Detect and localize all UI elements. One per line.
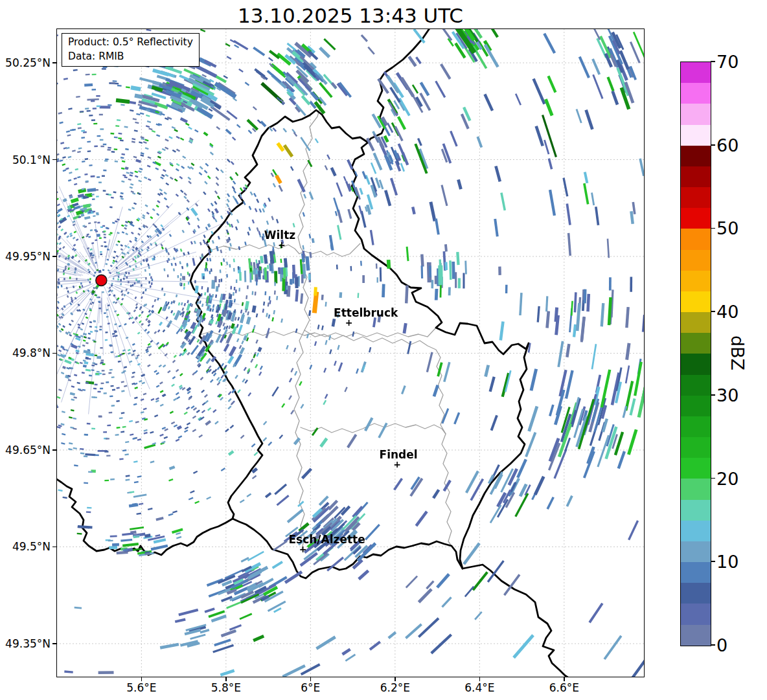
colorbar-tick-label: 60 (716, 135, 738, 155)
y-tick-label: 49.95°N (0, 250, 51, 263)
colorbar-segment (681, 375, 711, 396)
y-tick-mark (52, 547, 56, 548)
colorbar-tick-mark (711, 228, 715, 229)
colorbar-tick-mark (711, 61, 715, 62)
x-tick-mark (564, 677, 565, 681)
y-tick-mark (52, 62, 56, 63)
y-tick-mark (52, 256, 56, 257)
y-tick-label: 49.5°N (0, 540, 51, 553)
x-tick-mark (479, 677, 481, 681)
x-tick-mark (141, 677, 143, 681)
colorbar-segment (681, 416, 711, 437)
colorbar-segment (681, 146, 711, 166)
x-tick-mark (310, 677, 312, 681)
colorbar-segment (681, 604, 711, 624)
colorbar-segment (681, 229, 711, 249)
colorbar-segment (681, 479, 711, 499)
y-tick-mark (52, 353, 56, 354)
colorbar-segment (681, 166, 711, 187)
colorbar-segment (681, 83, 711, 104)
colorbar-segment (681, 396, 711, 416)
city-marker: + (393, 459, 401, 469)
product-annotation-box: Product: 0.5° Reflectivity Data: RMIB (62, 33, 200, 67)
x-tick-label: 5.6°E (126, 681, 156, 694)
colorbar-segment (681, 583, 711, 604)
colorbar-tick-mark (711, 561, 715, 562)
colorbar-tick-label: 40 (716, 302, 738, 322)
y-tick-label: 50.25°N (0, 56, 51, 69)
colorbar-segment (681, 271, 711, 291)
colorbar-tick-mark (711, 394, 715, 396)
colorbar-tick-label: 70 (716, 52, 738, 72)
colorbar-segment (681, 208, 711, 229)
colorbar-segments (681, 62, 711, 646)
colorbar-segment (681, 333, 711, 354)
colorbar-tick-label: 10 (716, 552, 738, 572)
y-tick-mark (52, 159, 56, 161)
x-tick-label: 6°E (301, 681, 320, 694)
y-tick-label: 49.65°N (0, 444, 51, 457)
colorbar-segment (681, 458, 711, 479)
colorbar-segment (681, 541, 711, 562)
colorbar-segment (681, 500, 711, 521)
x-tick-mark (395, 677, 396, 681)
colorbar-segment (681, 104, 711, 124)
x-tick-label: 6.2°E (380, 681, 410, 694)
y-tick-mark (52, 449, 56, 451)
x-tick-mark (225, 677, 227, 681)
colorbar-tick-mark (711, 144, 715, 146)
colorbar-tick-label: 50 (716, 218, 738, 238)
y-tick-mark (52, 643, 56, 644)
product-line: Product: 0.5° Reflectivity (68, 36, 193, 50)
colorbar-tick-label: 30 (716, 385, 738, 405)
colorbar-segment (681, 625, 711, 646)
colorbar-tick-mark (711, 478, 715, 479)
colorbar-segment (681, 62, 711, 83)
colorbar-tick-label: 20 (716, 468, 738, 488)
colorbar-segment (681, 312, 711, 333)
colorbar-tick-mark (711, 644, 715, 646)
x-tick-label: 5.8°E (211, 681, 241, 694)
colorbar-tick-mark (711, 311, 715, 312)
colorbar-segment (681, 354, 711, 374)
page-title: 13.10.2025 13:43 UTC (56, 4, 645, 27)
city-label: Ettelbruck (334, 306, 398, 319)
city-marker: + (345, 317, 353, 328)
city-marker: + (278, 240, 286, 250)
data-source-line: Data: RMIB (68, 50, 193, 64)
radar-figure: 13.10.2025 13:43 UTC Product: 0.5° Refle… (0, 0, 767, 700)
x-tick-label: 6.6°E (549, 681, 579, 694)
colorbar-tick-label: 0 (716, 635, 727, 655)
y-tick-label: 49.35°N (0, 637, 51, 650)
colorbar-segment (681, 521, 711, 541)
city-marker: + (299, 545, 307, 555)
y-tick-label: 50.1°N (0, 153, 51, 166)
colorbar (680, 62, 711, 646)
colorbar-segment (681, 250, 711, 271)
colorbar-unit-label: dBZ (727, 335, 748, 370)
radar-map-canvas (56, 28, 645, 677)
colorbar-segment (681, 562, 711, 583)
colorbar-segment (681, 125, 711, 146)
colorbar-segment (681, 187, 711, 208)
colorbar-segment (681, 291, 711, 312)
y-tick-label: 49.8°N (0, 346, 51, 359)
x-tick-label: 6.4°E (464, 681, 494, 694)
colorbar-segment (681, 437, 711, 458)
